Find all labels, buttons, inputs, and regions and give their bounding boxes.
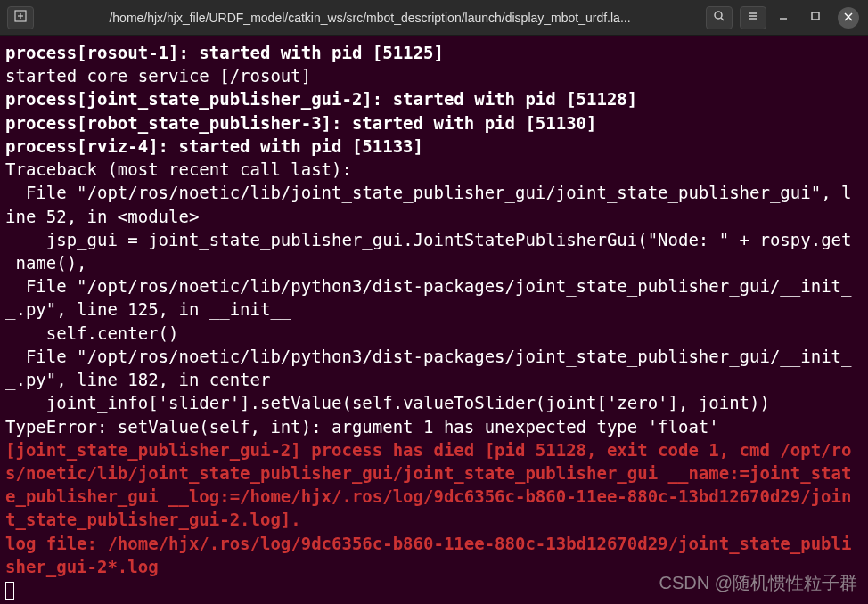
- terminal-line: self.center(): [5, 322, 861, 345]
- terminal-cursor: [5, 582, 14, 600]
- menu-button[interactable]: [740, 6, 766, 29]
- window-controls: [774, 7, 861, 29]
- close-button[interactable]: [838, 7, 859, 29]
- terminal-line: process[robot_state_publisher-3]: starte…: [5, 111, 861, 135]
- new-tab-button[interactable]: [7, 6, 34, 29]
- terminal-output[interactable]: process[rosout-1]: started with pid [511…: [0, 36, 868, 604]
- maximize-button[interactable]: [806, 8, 825, 28]
- terminal-line: process[rosout-1]: started with pid [511…: [5, 41, 861, 64]
- svg-line-4: [721, 18, 724, 20]
- terminal-line: File "/opt/ros/noetic/lib/python3/dist-p…: [5, 345, 861, 391]
- terminal-line: Traceback (most recent call last):: [5, 158, 861, 181]
- terminal-line: started core service [/rosout]: [5, 64, 861, 87]
- plus-icon: [14, 10, 27, 25]
- maximize-icon: [810, 11, 821, 24]
- terminal-line: process[joint_state_publisher_gui-2]: st…: [5, 87, 861, 110]
- terminal-line: File "/opt/ros/noetic/lib/python3/dist-p…: [5, 274, 861, 321]
- svg-point-3: [715, 12, 722, 19]
- terminal-line: joint_info['slider'].setValue(self.value…: [5, 391, 861, 414]
- watermark: CSDN @随机惯性粒子群: [659, 571, 857, 595]
- close-icon: [844, 12, 853, 24]
- terminal-line: jsp_gui = joint_state_publisher_gui.Join…: [5, 228, 861, 274]
- search-icon: [713, 10, 725, 25]
- terminal-line: [joint_state_publisher_gui-2] process ha…: [5, 438, 861, 532]
- window-title: /home/hjx/hjx_file/URDF_model/catkin_ws/…: [41, 11, 699, 25]
- terminal-line: TypeError: setValue(self, int): argument…: [5, 415, 861, 438]
- search-button[interactable]: [706, 6, 733, 29]
- terminal-line: process[rviz-4]: started with pid [51133…: [5, 135, 861, 158]
- svg-rect-9: [812, 12, 819, 20]
- minimize-icon: [778, 11, 789, 24]
- titlebar: /home/hjx/hjx_file/URDF_model/catkin_ws/…: [0, 0, 868, 36]
- hamburger-icon: [747, 10, 759, 25]
- minimize-button[interactable]: [774, 8, 793, 28]
- terminal-line: File "/opt/ros/noetic/lib/joint_state_pu…: [5, 181, 861, 227]
